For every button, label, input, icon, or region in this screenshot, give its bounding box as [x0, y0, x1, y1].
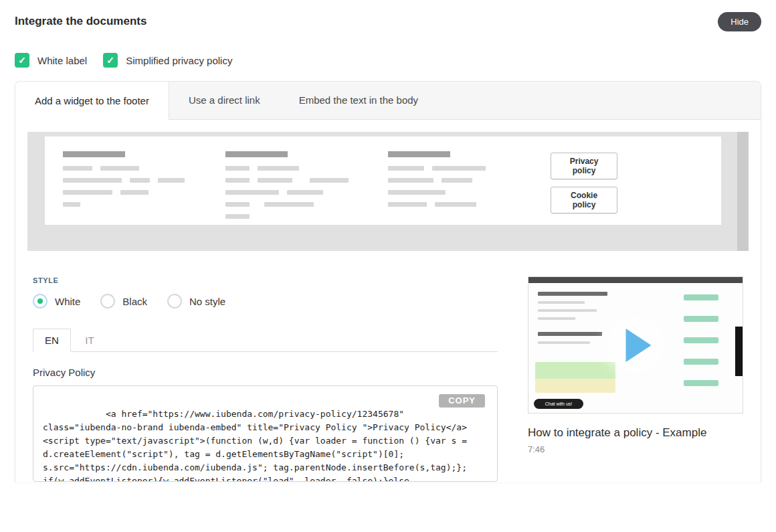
integrate-documents-page: Integrate the documents Hide ✓ White lab…	[0, 0, 776, 532]
video-mock-button	[684, 316, 718, 322]
page-header: Integrate the documents Hide	[15, 12, 761, 31]
style-option-black[interactable]: Black	[100, 294, 147, 308]
content-row: STYLE White Black No style	[33, 276, 743, 482]
video-mock-code-block	[535, 362, 615, 393]
tutorial-video-thumbnail[interactable]: Chat with us!	[528, 276, 743, 414]
integration-card: Add a widget to the footer Use a direct …	[15, 81, 761, 482]
video-mock-button	[684, 359, 718, 365]
radio-icon	[100, 294, 115, 308]
skeleton-column-3	[388, 151, 551, 225]
radio-icon	[167, 294, 182, 308]
cookie-policy-widget-button[interactable]: Cookie policy	[551, 187, 617, 213]
card-body: Privacy policy Cookie policy STYLE White	[15, 120, 761, 482]
radio-selected-icon	[33, 294, 47, 308]
tab-embed-text-body[interactable]: Embed the text in the body	[280, 82, 438, 119]
simplified-privacy-checkbox-option[interactable]: ✓ Simplified privacy policy	[103, 53, 232, 68]
checkbox-checked-icon[interactable]: ✓	[103, 53, 118, 68]
check-icon: ✓	[106, 56, 114, 65]
skeleton-column-2	[225, 151, 388, 225]
style-radio-group: White Black No style	[33, 294, 498, 308]
video-title: How to integrate a policy - Example	[528, 426, 743, 440]
language-tab-it[interactable]: IT	[74, 329, 105, 351]
checkbox-checked-icon[interactable]: ✓	[15, 53, 29, 68]
preview-scrollbar[interactable]	[737, 132, 749, 251]
simplified-privacy-label: Simplified privacy policy	[126, 55, 232, 66]
white-label-label: White label	[37, 55, 87, 66]
check-icon: ✓	[18, 56, 26, 65]
style-option-no-style[interactable]: No style	[167, 294, 225, 308]
footer-mockup: Privacy policy Cookie policy	[45, 137, 721, 225]
footer-widget-preview: Privacy policy Cookie policy	[27, 132, 749, 251]
video-duration: 7:46	[528, 444, 743, 454]
help-sidebar: Chat with us! How to integrate a policy …	[528, 276, 743, 482]
video-mock-topbar	[528, 277, 743, 283]
embed-code-text: <a href="https://www.iubenda.com/privacy…	[43, 409, 472, 482]
tab-add-widget-footer[interactable]: Add a widget to the footer	[15, 82, 169, 120]
preview-policy-buttons: Privacy policy Cookie policy	[551, 151, 617, 225]
tab-use-direct-link[interactable]: Use a direct link	[169, 82, 280, 119]
hide-button[interactable]: Hide	[718, 12, 761, 31]
page-title: Integrate the documents	[15, 12, 147, 28]
language-tab-en[interactable]: EN	[33, 329, 71, 352]
video-mock-button	[684, 294, 718, 300]
document-options: ✓ White label ✓ Simplified privacy polic…	[15, 53, 761, 68]
embed-code-field[interactable]: <a href="https://www.iubenda.com/privacy…	[33, 385, 498, 482]
widget-configuration: STYLE White Black No style	[33, 276, 498, 482]
copy-button[interactable]: COPY	[439, 394, 485, 408]
white-label-checkbox-option[interactable]: ✓ White label	[15, 53, 87, 68]
skeleton-column-1	[63, 151, 225, 225]
video-mock-support-tab	[735, 327, 743, 376]
video-mock-chat-pill: Chat with us!	[534, 399, 583, 409]
video-mock-button	[684, 380, 718, 386]
play-icon[interactable]	[626, 329, 652, 362]
code-section-label: Privacy Policy	[33, 367, 498, 378]
language-tabs: EN IT	[33, 329, 498, 352]
integration-tabs: Add a widget to the footer Use a direct …	[15, 82, 761, 120]
video-mock-button	[684, 337, 718, 343]
style-option-white[interactable]: White	[33, 294, 80, 308]
style-section-label: STYLE	[33, 276, 498, 284]
privacy-policy-widget-button[interactable]: Privacy policy	[551, 153, 617, 179]
